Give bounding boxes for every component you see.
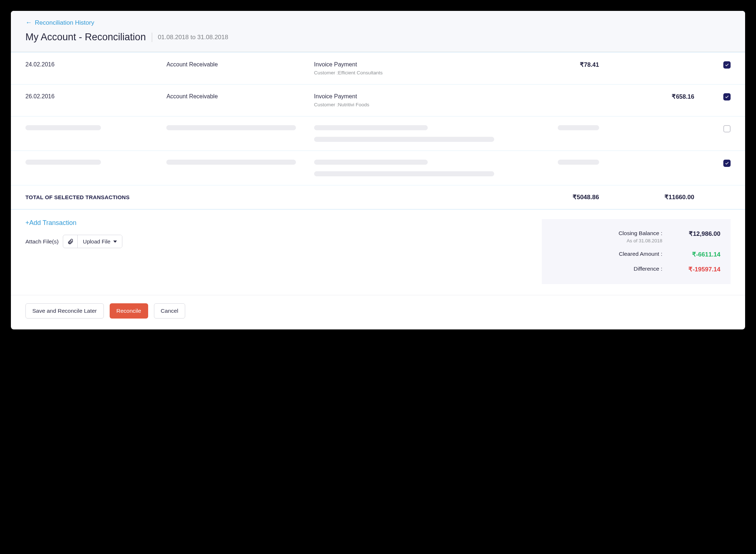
attach-row: Attach File(s) Upload File [25, 235, 531, 248]
transaction-checkbox[interactable] [723, 93, 731, 100]
bottom-section: +Add Transaction Attach File(s) Upload F… [11, 210, 745, 295]
skeleton-placeholder [558, 125, 599, 130]
totals-amount-2: ₹11660.00 [603, 193, 694, 201]
difference-value: ₹-19597.14 [662, 266, 720, 273]
bottom-left: +Add Transaction Attach File(s) Upload F… [25, 219, 531, 248]
skeleton-placeholder [314, 171, 494, 176]
transaction-type: Invoice Payment [314, 93, 504, 100]
transaction-list: 24.02.2016Account ReceivableInvoice Paym… [11, 52, 745, 185]
transaction-row [11, 116, 745, 151]
transaction-checkbox[interactable] [723, 160, 731, 167]
upload-file-button[interactable]: Upload File [78, 235, 122, 248]
add-transaction-link[interactable]: +Add Transaction [25, 219, 77, 227]
save-reconcile-later-button[interactable]: Save and Reconcile Later [25, 303, 104, 319]
closing-balance-sub: As of 31.08.2018 [552, 238, 662, 243]
arrow-left-icon: ← [25, 19, 32, 26]
footer-actions: Save and Reconcile Later Reconcile Cance… [11, 295, 745, 329]
page-title: My Account - Reconciliation [25, 32, 146, 43]
transaction-customer: Customer :Nutritivi Foods [314, 102, 504, 107]
skeleton-placeholder [314, 137, 494, 142]
cleared-amount-label: Cleared Amount : [552, 251, 662, 257]
paperclip-icon [67, 238, 74, 245]
summary-box: Closing Balance : As of 31.08.2018 ₹12,9… [542, 219, 731, 284]
transaction-type: Invoice Payment [314, 61, 504, 68]
reconciliation-window: ← Reconciliation History My Account - Re… [11, 11, 745, 329]
skeleton-placeholder [166, 160, 296, 165]
attachment-icon-button[interactable] [63, 235, 78, 248]
transaction-row: 24.02.2016Account ReceivableInvoice Paym… [11, 53, 745, 85]
totals-label: TOTAL OF SELECTED TRANSACTIONS [25, 194, 504, 200]
page-header: ← Reconciliation History My Account - Re… [11, 11, 745, 52]
attach-label: Attach File(s) [25, 238, 58, 245]
skeleton-placeholder [314, 125, 428, 130]
caret-down-icon [113, 241, 117, 243]
skeleton-placeholder [314, 160, 428, 165]
summary-row-cleared: Cleared Amount : ₹-6611.14 [552, 248, 720, 261]
totals-amount-1: ₹5048.86 [507, 193, 599, 201]
transaction-amount-2: ₹658.16 [603, 93, 694, 100]
cancel-button[interactable]: Cancel [154, 303, 185, 319]
check-icon [725, 63, 729, 67]
check-icon [725, 95, 729, 99]
back-link[interactable]: ← Reconciliation History [25, 19, 94, 26]
skeleton-placeholder [558, 160, 599, 165]
upload-file-label: Upload File [83, 238, 110, 245]
transaction-checkbox[interactable] [723, 125, 731, 132]
skeleton-placeholder [25, 160, 101, 165]
transaction-customer: Customer :Efficient Consultants [314, 70, 504, 75]
skeleton-placeholder [166, 125, 296, 130]
back-link-label: Reconciliation History [35, 19, 94, 26]
transaction-date: 26.02.2016 [25, 93, 163, 100]
date-range: 01.08.2018 to 31.08.2018 [158, 34, 228, 41]
upload-group: Upload File [63, 235, 122, 248]
summary-row-closing: Closing Balance : As of 31.08.2018 ₹12,9… [552, 227, 720, 246]
check-icon [725, 161, 729, 165]
transaction-amount-1: ₹78.41 [507, 61, 599, 68]
totals-row: TOTAL OF SELECTED TRANSACTIONS ₹5048.86 … [11, 185, 745, 210]
transaction-row [11, 151, 745, 185]
transaction-account: Account Receivable [166, 93, 310, 100]
summary-row-difference: Difference : ₹-19597.14 [552, 263, 720, 276]
closing-balance-value: ₹12,986.00 [662, 230, 720, 238]
title-divider [152, 33, 152, 42]
closing-balance-label: Closing Balance : [552, 230, 662, 237]
difference-label: Difference : [552, 266, 662, 272]
reconcile-button[interactable]: Reconcile [110, 303, 148, 319]
transaction-account: Account Receivable [166, 61, 310, 68]
transaction-row: 26.02.2016Account ReceivableInvoice Paym… [11, 85, 745, 116]
transaction-checkbox[interactable] [723, 61, 731, 69]
cleared-amount-value: ₹-6611.14 [662, 251, 720, 258]
transaction-date: 24.02.2016 [25, 61, 163, 68]
skeleton-placeholder [25, 125, 101, 130]
title-row: My Account - Reconciliation 01.08.2018 t… [25, 32, 731, 43]
